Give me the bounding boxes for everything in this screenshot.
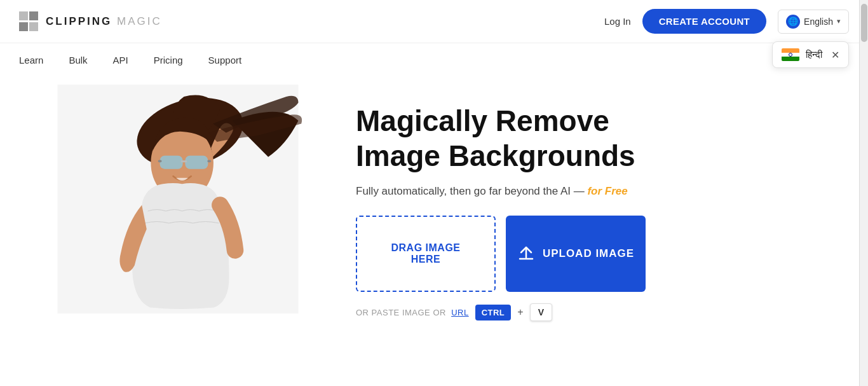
hero-content: Magically Remove Image Backgrounds Fully… <box>356 85 849 321</box>
language-selector[interactable]: 🌐 English ▾ <box>778 10 849 34</box>
v-key: V <box>530 303 552 321</box>
close-language-button[interactable]: ✕ <box>831 49 839 61</box>
language-label: English <box>804 17 833 27</box>
hindi-language-label: हिन्दी <box>806 49 822 60</box>
url-link[interactable]: URL <box>451 308 469 317</box>
svg-rect-4 <box>160 156 183 169</box>
main-navigation: Learn Bulk API Pricing Support <box>0 43 868 72</box>
upload-row: DRAG IMAGEHERE UPLOAD IMAGE <box>356 216 849 292</box>
svg-rect-8 <box>181 160 187 162</box>
drag-drop-label: DRAG IMAGEHERE <box>391 242 461 265</box>
svg-rect-7 <box>207 160 211 162</box>
plus-sign: + <box>517 307 523 318</box>
nav-item-bulk[interactable]: Bulk <box>69 55 87 65</box>
hero-image-area <box>51 85 330 314</box>
hero-title: Magically Remove Image Backgrounds <box>356 104 849 174</box>
drag-drop-zone[interactable]: DRAG IMAGEHERE <box>356 216 496 292</box>
paste-row: OR PASTE IMAGE OR URL CTRL + V <box>356 303 849 321</box>
upload-label: UPLOAD IMAGE <box>543 247 634 260</box>
india-flag-icon <box>782 48 799 61</box>
header-right: Log In CREATE ACCOUNT 🌐 English ▾ <box>604 9 849 34</box>
nav-item-learn[interactable]: Learn <box>19 55 43 65</box>
for-free-text: for Free <box>587 185 627 197</box>
header: CLIPPING MAGIC Log In CREATE ACCOUNT 🌐 E… <box>0 0 868 43</box>
hero-image <box>51 85 305 314</box>
create-account-button[interactable]: CREATE ACCOUNT <box>642 9 766 34</box>
woman-illustration <box>51 85 305 314</box>
logo-text: CLIPPING MAGIC <box>46 15 162 28</box>
hero-subtitle: Fully automatically, then go far beyond … <box>356 185 849 198</box>
svg-rect-5 <box>185 156 208 169</box>
globe-icon: 🌐 <box>786 15 800 29</box>
upload-icon <box>517 245 535 263</box>
paste-text: OR PASTE IMAGE OR URL <box>356 308 469 317</box>
login-link[interactable]: Log In <box>604 16 631 27</box>
upload-arrow-icon <box>517 245 535 263</box>
scrollbar[interactable] <box>859 0 868 386</box>
upload-image-button[interactable]: UPLOAD IMAGE <box>506 216 646 292</box>
chevron-down-icon: ▾ <box>837 17 841 25</box>
logo[interactable]: CLIPPING MAGIC <box>19 11 162 32</box>
language-dropdown: हिन्दी ✕ <box>772 41 849 68</box>
nav-item-api[interactable]: API <box>113 55 128 65</box>
main-content: Magically Remove Image Backgrounds Fully… <box>0 72 868 334</box>
svg-rect-6 <box>158 160 162 162</box>
ctrl-key: CTRL <box>475 305 512 321</box>
scrollbar-thumb[interactable] <box>861 4 867 42</box>
nav-item-pricing[interactable]: Pricing <box>154 55 183 65</box>
nav-item-support[interactable]: Support <box>208 55 242 65</box>
logo-icon <box>19 11 39 32</box>
